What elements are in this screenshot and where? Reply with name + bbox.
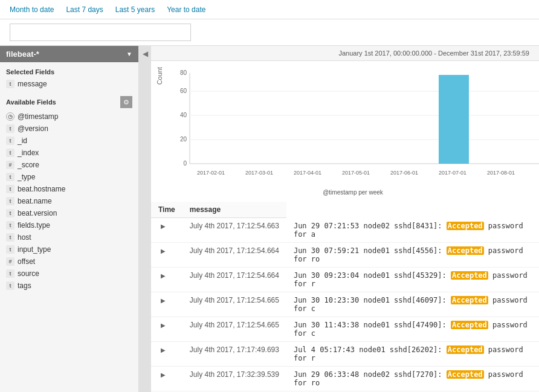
expand-row-button[interactable]: ▶ [158,371,168,378]
field-type-icon: t [6,149,15,157]
field-type-icon: ◷ [6,112,15,121]
last-7-days-link[interactable]: Last 7 days [66,5,103,14]
col-time: Time [151,202,182,218]
field-name-label: offset [18,257,35,266]
message-cell: Jun 29 07:21:53 node02 sshd[8431]: Accep… [286,218,539,243]
highlight-accepted: Accepted [447,246,484,255]
highlight-accepted: Accepted [451,321,488,329]
field-name-label: _type [18,173,35,181]
svg-text:60: 60 [180,88,187,94]
index-selector[interactable]: filebeat-* ▼ [0,46,138,62]
available-field-item[interactable]: ◷@timestamp [0,111,138,123]
month-to-date-link[interactable]: Month to date [10,5,54,14]
available-fields-title: Available Fields [6,98,56,106]
available-field-item[interactable]: t_index [0,147,138,159]
message-cell: Jul 4 05:17:43 node01 sshd[26202]: Accep… [286,341,539,366]
search-bar: Accepted [0,19,539,46]
table-row: ▶July 4th 2017, 17:12:54.665Jun 30 10:23… [151,292,539,316]
field-type-icon: t [6,233,15,242]
time-cell: July 4th 2017, 17:17:49.693 [182,341,286,366]
search-input[interactable]: Accepted [10,24,191,41]
time-cell: July 4th 2017, 17:12:54.664 [182,267,286,292]
message-cell: Jun 29 06:33:48 node02 sshd[7270]: Accep… [286,366,539,391]
y-axis-label: Count [156,67,163,85]
time-cell: July 4th 2017, 17:12:54.665 [182,316,286,341]
expand-row-button[interactable]: ▶ [158,347,168,353]
available-field-item[interactable]: t_type [0,171,138,183]
highlight-accepted: Accepted [447,345,484,354]
field-type-icon: # [6,257,15,266]
year-to-date-link[interactable]: Year to date [167,5,205,14]
chevron-down-icon: ▼ [126,51,132,57]
time-cell: July 4th 2017, 17:12:54.665 [182,292,286,316]
field-type-icon: t [6,124,15,133]
svg-text:20: 20 [180,136,187,143]
field-name-label: beat.version [18,209,57,217]
time-cell: July 4th 2017, 17:12:54.663 [182,218,286,243]
svg-text:80: 80 [180,69,187,76]
field-name-label: fields.type [18,221,50,230]
time-cell: July 4th 2017, 17:32:39.539 [182,366,286,391]
last-5-years-link[interactable]: Last 5 years [115,5,155,14]
field-name-label: _index [18,149,39,157]
available-field-item[interactable]: tfields.type [0,219,138,231]
bar-chart: 0 20 40 60 80 [166,67,539,188]
message-cell: Jun 30 11:43:38 node01 sshd[47490]: Acce… [286,316,539,341]
date-range-text: January 1st 2017, 00:00:00.000 - Decembe… [338,50,529,57]
main-content: ◀ January 1st 2017, 00:00:00.000 - Decem… [139,46,539,392]
field-type-icon: t [6,269,15,278]
field-type-icon: t [6,221,15,230]
field-type-icon: t [6,209,15,217]
svg-text:0: 0 [183,160,187,167]
available-field-item[interactable]: #_score [0,159,138,171]
expand-row-button[interactable]: ▶ [158,297,168,304]
field-name-label: _id [18,137,27,145]
table-row: ▶July 4th 2017, 17:12:54.663Jun 29 07:21… [151,218,539,243]
field-type-icon: t [6,185,15,193]
expand-row-button[interactable]: ▶ [158,223,168,230]
available-field-item[interactable]: t_id [0,135,138,147]
svg-text:2017-08-01: 2017-08-01 [487,170,515,176]
sidebar: filebeat-* ▼ Selected Fields tmessage Av… [0,46,139,392]
field-type-icon: t [6,245,15,254]
available-field-item[interactable]: #offset [0,255,138,268]
top-nav-bar: Month to date Last 7 days Last 5 years Y… [0,0,539,19]
available-field-item[interactable]: tbeat.version [0,207,138,219]
selected-fields-title: Selected Fields [0,62,138,78]
field-name-label: input_type [18,245,51,254]
available-field-item[interactable]: thost [0,231,138,243]
time-cell: July 4th 2017, 17:12:54.664 [182,242,286,267]
left-arrow-icon: ◀ [143,50,148,58]
results-container: Time message ▶July 4th 2017, 17:12:54.66… [139,202,539,392]
table-row: ▶July 4th 2017, 17:17:49.693Jul 4 05:17:… [151,341,539,366]
svg-text:2017-02-01: 2017-02-01 [197,170,225,176]
collapse-sidebar-button[interactable]: ◀ [139,46,151,392]
field-type-icon: t [6,137,15,145]
field-name-label: message [18,80,47,88]
available-field-item[interactable]: t@version [0,123,138,135]
available-field-item[interactable]: tbeat.name [0,195,138,207]
expand-row-button[interactable]: ▶ [158,248,168,254]
x-axis-label: @timestamp per week [166,189,539,196]
svg-text:2017-04-01: 2017-04-01 [294,170,321,176]
available-field-item[interactable]: ttags [0,280,138,292]
table-row: ▶July 4th 2017, 17:12:54.665Jun 30 11:43… [151,316,539,341]
gear-button[interactable]: ⚙ [120,96,132,108]
message-cell: Jun 30 07:59:21 node01 sshd[4556]: Accep… [286,242,539,267]
col-message: message [182,202,286,218]
svg-text:2017-06-01: 2017-06-01 [390,170,418,176]
field-name-label: host [18,233,31,242]
available-fields-list: ◷@timestampt@versiont_idt_index#_scoret_… [0,111,138,292]
available-field-item[interactable]: tsource [0,268,138,280]
available-field-item[interactable]: tinput_type [0,243,138,255]
field-type-icon: t [6,173,15,181]
table-row: ▶July 4th 2017, 17:32:39.539Jun 29 06:33… [151,366,539,391]
available-fields-header: Available Fields ⚙ [0,90,138,111]
chart-area: Count 0 20 40 60 80 [139,61,539,202]
expand-row-button[interactable]: ▶ [158,322,168,329]
available-field-item[interactable]: tbeat.hostname [0,183,138,195]
selected-field-item[interactable]: tmessage [0,78,138,90]
expand-row-button[interactable]: ▶ [158,272,168,279]
field-type-icon: t [6,80,15,88]
highlight-accepted: Accepted [451,271,488,280]
